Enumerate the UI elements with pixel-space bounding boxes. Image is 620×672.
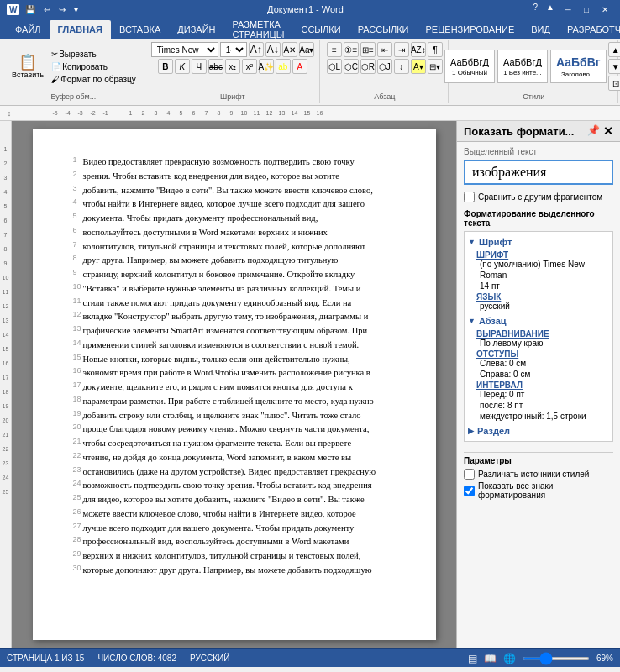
table-row: 3добавить, нажмите "Видео в сети". Вы та…	[66, 183, 402, 197]
indent-prop-name[interactable]: ОТСТУПЫ	[476, 349, 601, 359]
ruler-mark: -5	[49, 110, 61, 116]
ribbon-display-icon[interactable]: ▲	[543, 3, 558, 16]
align-right-button[interactable]: ⬡R	[360, 59, 376, 74]
lang-prop-name[interactable]: ЯЗЫК	[476, 292, 601, 302]
align-prop-name[interactable]: ВЫРАВНИВАНИЕ	[476, 329, 601, 339]
bullets-button[interactable]: ≡	[327, 42, 342, 57]
close-button[interactable]: ✕	[596, 3, 613, 16]
panel-close-icon[interactable]: ✕	[603, 124, 613, 138]
help-icon[interactable]: ?	[530, 3, 542, 16]
font-color-button[interactable]: A	[292, 59, 307, 74]
format-painter-button[interactable]: 🖌Формат по образцу	[49, 74, 139, 85]
borders-button[interactable]: ⊟▾	[428, 59, 443, 74]
font-section-header[interactable]: ▼ Шрифт	[468, 235, 609, 249]
document-area[interactable]: 1Видео предоставляет прекрасную возможно…	[12, 121, 456, 648]
tab-references[interactable]: ССЫЛКИ	[292, 20, 349, 39]
show-marks-checkbox[interactable]	[464, 486, 475, 496]
increase-indent-button[interactable]: ⇥	[394, 42, 409, 57]
panel-pin-icon[interactable]: 📌	[587, 124, 600, 138]
paste-button[interactable]: 📋 Вставить	[8, 53, 47, 81]
web-view-button[interactable]: 🌐	[503, 653, 516, 664]
customize-quick-icon[interactable]: ▾	[71, 4, 81, 15]
style-normal[interactable]: АаБбВгД1 Обычный	[444, 50, 495, 83]
minimize-button[interactable]: ─	[560, 3, 576, 16]
ruler-mark: 14	[288, 110, 301, 116]
show-marks-button[interactable]: ¶	[428, 42, 443, 57]
word-count-status[interactable]: ЧИСЛО СЛОВ: 4082	[97, 654, 176, 663]
font-size-select[interactable]: 14	[220, 42, 247, 57]
clipboard-label: Буфер обм...	[51, 92, 97, 102]
font-prop-value-2: Roman	[480, 270, 601, 280]
cut-button[interactable]: ✂Вырезать	[49, 49, 139, 60]
align-center-button[interactable]: ⬡C	[344, 59, 359, 74]
document-lines: 1Видео предоставляет прекрасную возможно…	[66, 155, 402, 577]
ruler-mark: 3	[150, 110, 162, 116]
format-painter-label: Формат по образцу	[60, 75, 136, 84]
sort-button[interactable]: AZ↕	[411, 42, 426, 57]
tab-home[interactable]: ГЛАВНАЯ	[50, 20, 111, 39]
grow-font-button[interactable]: A↑	[249, 42, 264, 57]
align-left-button[interactable]: ⬡L	[327, 59, 342, 74]
panel-parameters: Параметры Различать источники стилей Пок…	[464, 442, 613, 500]
tab-view[interactable]: ВИД	[523, 20, 559, 39]
para-section-header[interactable]: ▼ Абзац	[468, 314, 609, 328]
multilevel-button[interactable]: ⊞≡	[360, 42, 376, 57]
distinguish-styles-checkbox[interactable]	[464, 469, 475, 480]
styles-scroll-down[interactable]: ▼	[608, 59, 620, 74]
text-effects-button[interactable]: A✨	[259, 59, 274, 74]
tab-page-layout[interactable]: РАЗМЕТКА СТРАНИЦЫ	[223, 20, 292, 39]
highlight-button[interactable]: ab	[276, 59, 291, 74]
table-row: 6воспользуйтесь доступными в Word макета…	[66, 225, 402, 239]
word-logo-icon: W	[7, 4, 19, 15]
tab-developer[interactable]: РАЗРАБОТЧИК	[559, 20, 620, 39]
print-view-button[interactable]: ▤	[468, 653, 477, 664]
paragraph-group: ≡ ①≡ ⊞≡ ⇤ ⇥ AZ↕ ¶ ⬡L ⬡C ⬡R ⬡J ↕ A▾ ⊟▾ Аб…	[322, 40, 449, 103]
redo-quick-icon[interactable]: ↪	[56, 4, 68, 15]
style-no-spacing[interactable]: АаБбВгД1 Без инте...	[497, 50, 548, 83]
compare-checkbox[interactable]	[464, 192, 475, 202]
tab-review[interactable]: РЕЦЕНЗИРОВАНИЕ	[417, 20, 523, 39]
table-row: 25для видео, которое вы хотите добавить,…	[66, 492, 402, 507]
font-prop-name[interactable]: ШРИФТ	[476, 250, 601, 260]
tab-mailings[interactable]: РАССЫЛКИ	[349, 20, 418, 39]
page-status[interactable]: СТРАНИЦА 1 ИЗ 15	[7, 654, 84, 663]
tab-design[interactable]: ДИЗАЙН	[169, 20, 223, 39]
clear-format-button[interactable]: A✕	[282, 42, 297, 57]
table-row: 15Новые кнопки, которые видны, только ес…	[66, 352, 402, 366]
styles-more[interactable]: ⊡	[608, 76, 620, 91]
panel-title: Показать формати...	[464, 125, 574, 138]
decrease-indent-button[interactable]: ⇤	[377, 42, 392, 57]
bold-button[interactable]: B	[158, 59, 173, 74]
font-row-2: B K Ч abc x₂ x² A✨ ab A	[158, 59, 307, 74]
subscript-button[interactable]: x₂	[225, 59, 240, 74]
copy-button[interactable]: 📄Копировать	[49, 61, 139, 72]
line-spacing-button[interactable]: ↕	[394, 59, 409, 74]
ruler-mark: 8	[213, 110, 225, 116]
tab-file[interactable]: ФАЙЛ	[7, 20, 50, 39]
numbering-button[interactable]: ①≡	[344, 42, 359, 57]
strikethrough-button[interactable]: abc	[208, 59, 223, 74]
line-text: Видео предоставляет прекрасную возможнос…	[83, 157, 355, 166]
italic-button[interactable]: K	[175, 59, 190, 74]
font-section-label: Шрифт	[479, 237, 512, 247]
line-text: проще благодаря новому режиму чтения. Мо…	[83, 424, 370, 433]
maximize-button[interactable]: □	[578, 3, 595, 16]
language-status[interactable]: РУССКИЙ	[190, 654, 229, 663]
tab-insert[interactable]: ВСТАВКА	[111, 20, 169, 39]
font-name-select[interactable]: Times New R...	[151, 42, 218, 57]
line-number: 17	[73, 380, 81, 391]
read-view-button[interactable]: 📖	[484, 653, 497, 664]
shading-button[interactable]: A▾	[411, 59, 426, 74]
shrink-font-button[interactable]: A↓	[265, 42, 281, 57]
change-case-button[interactable]: Aa▾	[299, 42, 314, 57]
section-section-header[interactable]: ▶ Раздел	[468, 424, 609, 438]
superscript-button[interactable]: x²	[242, 59, 257, 74]
save-quick-icon[interactable]: 💾	[23, 4, 38, 15]
style-heading[interactable]: АаБбВгЗаголово...	[550, 50, 607, 83]
spacing-prop-name[interactable]: ИНТЕРВАЛ	[476, 381, 601, 390]
underline-button[interactable]: Ч	[192, 59, 207, 74]
justify-button[interactable]: ⬡J	[377, 59, 392, 74]
zoom-slider[interactable]	[523, 657, 590, 660]
styles-scroll-up[interactable]: ▲	[608, 42, 620, 57]
undo-quick-icon[interactable]: ↩	[41, 4, 53, 15]
